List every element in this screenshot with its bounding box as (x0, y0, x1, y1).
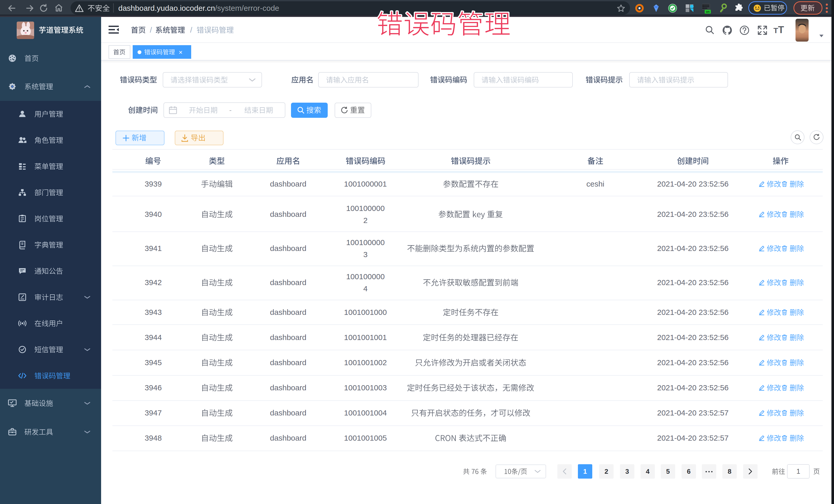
svg-text:T: T (778, 24, 784, 35)
svg-text:T: T (773, 26, 778, 35)
svg-text:on: on (706, 10, 710, 14)
